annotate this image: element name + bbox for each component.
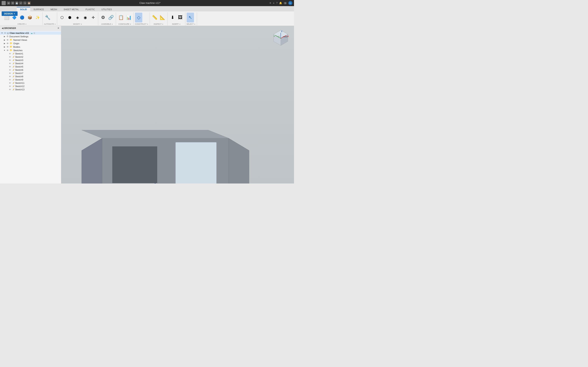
- sketch-s6-icon: 📝: [12, 69, 14, 71]
- joint-button[interactable]: ⚙: [99, 13, 107, 22]
- fillet-button[interactable]: ◉: [82, 13, 89, 22]
- select-buttons: ↖: [187, 12, 196, 23]
- eye-s5-icon[interactable]: 👁: [9, 66, 11, 68]
- eye-s11-icon[interactable]: 👁: [9, 82, 11, 84]
- folder-sketches-icon: 📁: [9, 49, 12, 52]
- modify-label: MODIFY ▼: [58, 23, 97, 25]
- tab-solid[interactable]: SOLID: [17, 7, 30, 11]
- sketch-s3-icon: 📝: [12, 59, 14, 61]
- configure-caret[interactable]: ▼: [130, 24, 131, 25]
- sketch-s4-icon: 📝: [12, 62, 14, 65]
- tree-item-root[interactable]: ▼ 👁 ▤ Claw machine v11 ☁ ⊙: [0, 31, 61, 35]
- eye-s12-icon[interactable]: 👁: [9, 85, 11, 87]
- measure-icon: 📏: [152, 15, 157, 20]
- save-icon[interactable]: 💾: [15, 1, 18, 5]
- eye-s4-icon[interactable]: 👁: [9, 62, 11, 65]
- main-area: ◀ BROWSER ✕ ▼ 👁 ▤ Claw machine v11 ☁ ⊙ ▶…: [0, 26, 294, 184]
- tree-item-sketch1[interactable]: 👁 📝 Sketch1: [0, 52, 61, 55]
- root-label: Claw machine v11: [9, 32, 29, 34]
- plane-button[interactable]: ◇: [135, 13, 142, 22]
- insert-button[interactable]: ⬇: [169, 13, 176, 22]
- insert-caret[interactable]: ▼: [179, 24, 181, 25]
- browser-tree: ▼ 👁 ▤ Claw machine v11 ☁ ⊙ ▶ ⚙ Document …: [0, 31, 61, 184]
- notification-button[interactable]: 🔔: [279, 2, 282, 4]
- section-button[interactable]: 📐: [159, 13, 166, 22]
- menu-icon[interactable]: ☰: [11, 1, 14, 5]
- eye-s1-icon[interactable]: 👁: [9, 53, 11, 55]
- eye-s2-icon[interactable]: 👁: [9, 56, 11, 58]
- tab-utilities[interactable]: UTILITIES: [98, 7, 115, 11]
- eye-s7-icon[interactable]: 👁: [9, 72, 11, 75]
- create-caret[interactable]: ▼: [25, 24, 26, 25]
- tree-item-sketch3[interactable]: 👁 📝 Sketch3: [0, 58, 61, 62]
- tree-item-sketch8[interactable]: 👁 📝 Sketch8: [0, 75, 61, 78]
- axis-cube[interactable]: FRONT LST Z X Y: [272, 29, 290, 48]
- sketch1-label: Sketch1: [15, 52, 23, 55]
- eye-s8-icon[interactable]: 👁: [9, 75, 11, 78]
- tree-item-sketch7[interactable]: 👁 📝 Sketch7: [0, 72, 61, 75]
- tree-item-sketch13[interactable]: 👁 📝 Sketch13: [0, 88, 61, 91]
- help-button[interactable]: ?: [276, 2, 278, 4]
- undo-icon[interactable]: ↩: [19, 1, 22, 5]
- browser-close-icon[interactable]: ✕: [57, 27, 60, 30]
- close-tab-button[interactable]: ✕: [269, 2, 271, 4]
- combine-button[interactable]: ◈: [74, 13, 81, 22]
- eye-s13-icon[interactable]: 👁: [9, 89, 11, 91]
- shell-button[interactable]: ⬢: [66, 13, 73, 22]
- move-button[interactable]: ✛: [89, 13, 97, 22]
- tree-item-origin[interactable]: ▶ 👁 📁 Origin: [0, 42, 61, 45]
- cloud-icon[interactable]: ☁: [31, 32, 33, 34]
- tree-item-sketch11[interactable]: 👁 📝 Sketch11: [0, 81, 61, 85]
- eye-s9-icon[interactable]: 👁: [9, 79, 11, 81]
- sketch13-label: Sketch13: [15, 88, 25, 91]
- construct-caret[interactable]: ▼: [147, 24, 148, 25]
- special-button[interactable]: ✨: [34, 13, 41, 22]
- browser-panel: ◀ BROWSER ✕ ▼ 👁 ▤ Claw machine v11 ☁ ⊙ ▶…: [0, 26, 61, 184]
- tree-item-sketches[interactable]: ▼ 👁 📁 Sketches: [0, 49, 61, 52]
- parameters-button[interactable]: 📊: [125, 13, 132, 22]
- box-button[interactable]: 📦: [26, 13, 34, 22]
- eye-icon[interactable]: 👁: [4, 32, 6, 34]
- tree-item-sketch9[interactable]: 👁 📝 Sketch9: [0, 78, 61, 81]
- share-icon[interactable]: ⊙: [34, 32, 35, 34]
- automate-button[interactable]: 🔧: [44, 13, 51, 22]
- tab-surface[interactable]: SURFACE: [30, 7, 47, 11]
- user-avatar[interactable]: AL: [288, 1, 292, 5]
- assemble-caret[interactable]: ▼: [112, 24, 113, 25]
- sketch-s11-icon: 📝: [12, 82, 14, 84]
- eye-s3-icon[interactable]: 👁: [9, 59, 11, 61]
- modify-caret[interactable]: ▼: [81, 24, 82, 25]
- tree-item-sketch6[interactable]: 👁 📝 Sketch6: [0, 68, 61, 72]
- canvas-button[interactable]: 🖼: [177, 13, 184, 22]
- home-icon[interactable]: 🏠: [27, 1, 31, 5]
- back-arrow-icon[interactable]: ◀: [2, 27, 3, 30]
- new-tab-button[interactable]: +: [273, 1, 275, 5]
- select-caret[interactable]: ▼: [194, 24, 196, 25]
- tree-item-document-settings[interactable]: ▶ ⚙ Document Settings: [0, 35, 61, 38]
- sketch-s9-icon: 📝: [12, 79, 14, 81]
- form-button[interactable]: 🔵: [18, 13, 26, 22]
- tree-item-bodies[interactable]: ▶ 👁 📁 Bodies: [0, 45, 61, 49]
- measure-button[interactable]: 📏: [151, 13, 158, 22]
- configure-button[interactable]: 📋: [117, 13, 125, 22]
- grid-icon[interactable]: ⊞: [7, 1, 10, 5]
- redo-icon[interactable]: ↪: [23, 1, 26, 5]
- tree-item-sketch12[interactable]: 👁 📝 Sketch12: [0, 85, 61, 88]
- tab-mesh[interactable]: MESH: [47, 7, 61, 11]
- tree-item-sketch2[interactable]: 👁 📝 Sketch2: [0, 55, 61, 58]
- rigid-group-button[interactable]: 🔗: [107, 13, 114, 22]
- tree-item-sketch4[interactable]: 👁 📝 Sketch4: [0, 62, 61, 65]
- tab-plastic[interactable]: PLASTIC: [82, 7, 98, 11]
- tab-sheet-metal[interactable]: SHEET METAL: [60, 7, 82, 11]
- inspect-caret[interactable]: ▼: [162, 24, 164, 25]
- ribbon-body: ⬜ + 🔷 🔵 📦 ✨: [0, 11, 294, 26]
- viewport[interactable]: FRONT LST Z X Y ⊕ 📷 🖐 🔍 🎯 ⬜ ▣: [61, 26, 294, 184]
- automate-caret[interactable]: ▼: [54, 24, 56, 25]
- select-button[interactable]: ↖: [187, 13, 194, 22]
- tree-item-sketch5[interactable]: 👁 📝 Sketch5: [0, 65, 61, 68]
- origin-label: Origin: [13, 42, 19, 45]
- push-pull-button[interactable]: ⬡: [58, 13, 66, 22]
- design-button[interactable]: DESIGN ▼: [2, 11, 17, 16]
- tree-item-named-views[interactable]: ▶ 👁 📁 Named Views: [0, 38, 61, 42]
- eye-s6-icon[interactable]: 👁: [9, 69, 11, 71]
